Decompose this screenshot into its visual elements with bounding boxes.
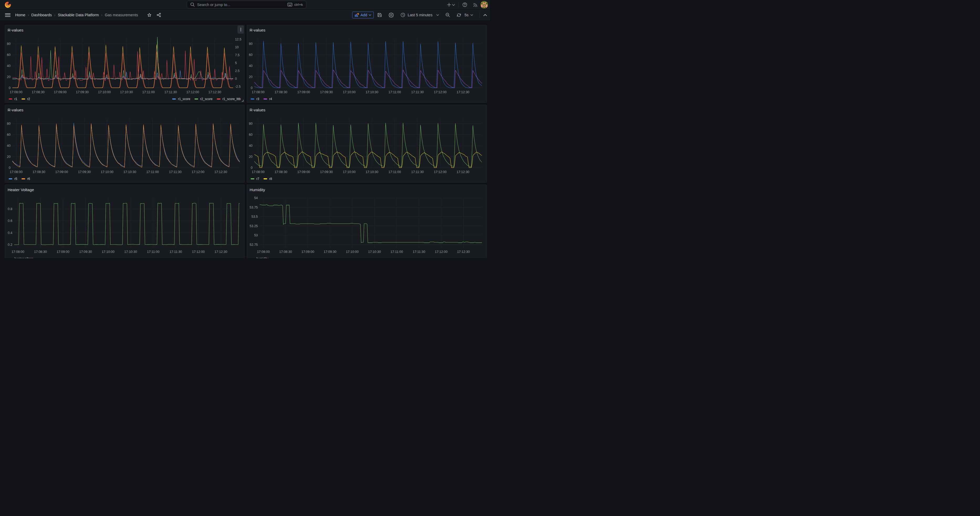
add-button[interactable]: Add	[352, 11, 374, 18]
chevron-down-icon	[369, 14, 371, 16]
zoom-out-button[interactable]	[443, 13, 452, 18]
x-tick-label: 17:08:30	[275, 170, 287, 174]
help-button[interactable]	[460, 2, 469, 7]
refresh-interval-caret[interactable]	[468, 14, 475, 16]
chart-canvas: 17:08:0017:08:3017:09:0017:09:3017:10:00…	[247, 185, 487, 258]
dashboard-settings-button[interactable]	[385, 13, 397, 18]
panel-title[interactable]: Humidity	[250, 187, 265, 193]
panel-title[interactable]: R-values	[8, 27, 23, 33]
legend-item-r7[interactable]: r7	[251, 177, 259, 181]
x-tick-label: 17:10:30	[123, 170, 136, 174]
profile-button[interactable]	[480, 1, 488, 9]
x-tick-label: 17:09:00	[54, 90, 67, 94]
series-color-swatch	[264, 99, 267, 100]
legend-item-r1[interactable]: r1	[9, 97, 18, 101]
legend-item-heatervoltage[interactable]: heatervoltage	[9, 257, 33, 258]
new-dropdown-caret[interactable]	[452, 4, 456, 6]
legend-item-r4[interactable]: r4	[264, 97, 272, 101]
gear-icon	[389, 13, 394, 18]
kebab-dot	[240, 30, 241, 31]
x-tick-label: 17:12:30	[215, 170, 227, 174]
x-tick-label: 17:08:00	[10, 170, 22, 174]
panel-menu-button[interactable]	[237, 25, 244, 33]
right-y-tick-label: 12.5	[235, 38, 241, 41]
time-range-caret[interactable]	[433, 14, 443, 16]
panel-title[interactable]: R-values	[250, 27, 265, 33]
legend-item-r6[interactable]: r6	[22, 177, 30, 181]
favorite-button[interactable]	[147, 13, 151, 17]
x-tick-label: 17:09:00	[302, 250, 314, 254]
x-tick-label: 17:12:00	[192, 250, 205, 254]
search-icon	[190, 2, 195, 7]
series-color-swatch	[251, 258, 254, 258]
search-shortcut: ctrl+k	[294, 3, 303, 6]
x-tick-label: 17:08:00	[257, 250, 270, 254]
share-button[interactable]	[157, 13, 161, 17]
x-tick-label: 17:10:30	[120, 90, 133, 94]
grafana-logo[interactable]	[5, 2, 11, 8]
breadcrumb-dashboards[interactable]: Dashboards	[31, 13, 52, 17]
time-range-label[interactable]: Last 5 minutes	[407, 13, 432, 17]
star-icon	[147, 13, 151, 17]
topbar-actions	[445, 0, 488, 10]
legend-group: heatervoltage	[9, 257, 33, 258]
x-tick-label: 17:09:30	[324, 250, 336, 254]
x-tick-label: 17:09:00	[298, 170, 310, 174]
hamburger-bar	[5, 16, 11, 17]
breadcrumb-folder[interactable]: Stackable Data Platform	[58, 13, 99, 17]
panel-r-values-2: 17:08:0017:08:3017:09:0017:09:3017:10:00…	[247, 25, 487, 103]
series-color-swatch	[9, 178, 12, 179]
legend-item-r2[interactable]: r2	[22, 97, 30, 101]
y-tick-label: 80	[249, 42, 253, 46]
legend-item-r1_score[interactable]: r1_score	[172, 97, 190, 101]
save-dashboard-button[interactable]	[374, 13, 385, 18]
chart-canvas: 17:08:0017:08:3017:09:0017:09:3017:10:00…	[5, 185, 244, 258]
legend-item-r8[interactable]: r8	[264, 177, 272, 181]
x-tick-label: 17:09:30	[78, 170, 91, 174]
add-button-label: Add	[361, 13, 368, 17]
legend-item-r1_score_lttb[interactable]: r1_score_lttb	[217, 97, 241, 101]
refresh-interval-label[interactable]: 5s	[465, 13, 468, 17]
series-line-r2	[12, 45, 233, 88]
chevron-down-icon	[436, 14, 439, 16]
legend-item-r3[interactable]: r3	[251, 97, 259, 101]
x-tick-label: 17:11:00	[146, 170, 159, 174]
x-tick-label: 17:12:30	[215, 250, 227, 254]
legend: r5r6	[9, 177, 241, 181]
panel-title[interactable]: R-values	[250, 107, 265, 113]
series-color-swatch	[172, 99, 176, 100]
panel-title[interactable]: Heater Voltage	[8, 187, 34, 193]
x-tick-label: 17:11:00	[388, 90, 401, 94]
refresh-button[interactable]	[454, 13, 464, 18]
x-tick-label: 17:10:30	[366, 170, 379, 174]
news-button[interactable]	[471, 3, 479, 7]
search-field[interactable]	[197, 3, 287, 7]
legend-item-r5[interactable]: r5	[9, 177, 18, 181]
series-color-swatch	[217, 99, 220, 100]
y-tick-label: 0	[251, 166, 253, 170]
search-input[interactable]: ctrl+k	[187, 1, 306, 8]
breadcrumb-home[interactable]: Home	[15, 13, 25, 17]
dashboard-toolbar: Home › Dashboards › Stackable Data Platf…	[0, 10, 490, 21]
panel-resize-handle[interactable]	[242, 100, 243, 102]
x-tick-label: 17:11:30	[412, 250, 425, 254]
chart-canvas: 17:08:0017:08:3017:09:0017:09:3017:10:00…	[247, 105, 487, 182]
y-tick-label: 20	[249, 75, 253, 79]
series-color-swatch	[194, 99, 198, 100]
collapse-toolbar-button[interactable]	[480, 14, 490, 16]
y-tick-label: 52.75	[250, 243, 258, 247]
x-tick-label: 17:12:00	[435, 250, 448, 254]
right-y-tick-label: 10	[235, 45, 239, 49]
series-color-swatch	[9, 258, 12, 258]
legend-group: humidity	[251, 257, 268, 258]
y-tick-label: 20	[7, 155, 11, 159]
legend-item-r2_score[interactable]: r2_score	[194, 97, 213, 101]
x-tick-label: 17:09:00	[56, 170, 68, 174]
series-color-swatch	[251, 178, 254, 179]
series-line-r1	[12, 51, 233, 88]
x-tick-label: 17:10:00	[98, 90, 111, 94]
time-range-clock[interactable]	[398, 13, 407, 18]
panel-title[interactable]: R-values	[8, 107, 23, 113]
menu-toggle-button[interactable]	[5, 13, 11, 17]
legend-item-humidity[interactable]: humidity	[251, 257, 268, 258]
